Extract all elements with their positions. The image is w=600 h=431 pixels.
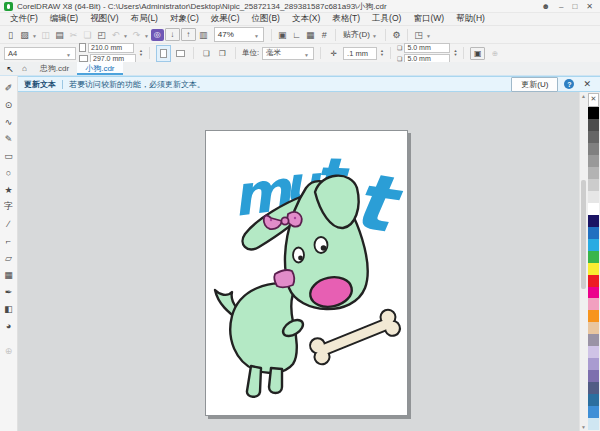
show-rulers-icon[interactable]: ∟ — [290, 28, 303, 42]
units-select[interactable]: 毫米 ▼ — [262, 47, 314, 60]
palette-swatch[interactable] — [588, 287, 599, 299]
palette-swatch[interactable] — [588, 143, 599, 155]
new-document-icon[interactable]: ▯ — [4, 28, 17, 42]
palette-swatch[interactable] — [588, 227, 599, 239]
menu-item[interactable]: 窗口(W) — [407, 13, 450, 25]
export-icon[interactable]: ↑ — [181, 28, 196, 41]
palette-swatch[interactable] — [588, 334, 599, 346]
palette-swatch[interactable] — [588, 370, 599, 382]
zoom-level-select[interactable]: 47% ▼ — [214, 27, 264, 42]
palette-swatch[interactable] — [588, 107, 599, 119]
palette-swatch[interactable] — [588, 310, 599, 322]
current-page-size-button[interactable]: ❒ — [216, 46, 229, 60]
menu-item[interactable]: 效果(C) — [205, 13, 246, 25]
options-gear-icon[interactable]: ⚙ — [390, 28, 403, 42]
import-icon[interactable]: ↓ — [165, 28, 180, 41]
open-icon[interactable]: ▨ — [18, 28, 31, 42]
dimension-tool-icon[interactable]: ∕ — [1, 215, 17, 232]
freehand-tool-icon[interactable]: ∿ — [1, 113, 17, 130]
menu-item[interactable]: 表格(T) — [326, 13, 366, 25]
scroll-up-icon[interactable]: ▲ — [580, 92, 587, 100]
palette-swatch[interactable] — [588, 382, 599, 394]
nudge-offset-field[interactable]: .1 mm — [343, 47, 377, 60]
palette-swatch[interactable] — [588, 119, 599, 131]
paste-icon[interactable]: ◰ — [95, 28, 108, 42]
app-launcher-icon[interactable]: ◳ — [412, 28, 425, 42]
minimize-button[interactable]: – — [559, 2, 563, 11]
search-content-icon[interactable]: ◎ — [151, 29, 164, 41]
polygon-tool-icon[interactable]: ★ — [1, 181, 17, 198]
maximize-button[interactable]: □ — [572, 2, 577, 11]
infobar-close-icon[interactable]: ✕ — [580, 79, 594, 89]
menu-item[interactable]: 编辑(E) — [44, 13, 84, 25]
smart-fill-tool-icon[interactable]: ◕ — [1, 317, 17, 334]
palette-swatch[interactable] — [588, 203, 599, 215]
document-page[interactable]: m u t t — [205, 130, 408, 416]
zoom-tool-icon[interactable]: ⊙ — [1, 96, 17, 113]
menu-item[interactable]: 对象(C) — [164, 13, 205, 25]
nudge-spinner[interactable]: ▲▼ — [380, 49, 384, 57]
artistic-media-tool-icon[interactable]: ✎ — [1, 130, 17, 147]
all-pages-size-button[interactable]: ❑ — [200, 46, 213, 60]
page-preset-select[interactable]: A4 ▼ — [4, 47, 76, 60]
palette-swatch[interactable] — [588, 394, 599, 406]
palette-swatch[interactable] — [588, 406, 599, 418]
palette-swatch[interactable] — [588, 167, 599, 179]
shape-tool-icon[interactable]: ✐ — [1, 79, 17, 96]
palette-swatch[interactable] — [588, 263, 599, 275]
show-grid-icon[interactable]: ▦ — [304, 28, 317, 42]
menu-item[interactable]: 文本(X) — [286, 13, 326, 25]
fullscreen-preview-icon[interactable]: ▣ — [276, 28, 289, 42]
palette-swatch[interactable] — [588, 215, 599, 227]
help-icon[interactable]: ? — [564, 79, 574, 89]
portrait-button[interactable] — [156, 45, 171, 62]
drawing-canvas[interactable]: m u t t — [18, 92, 579, 431]
rectangle-tool-icon[interactable]: ▭ — [1, 147, 17, 164]
palette-swatch[interactable] — [588, 191, 599, 203]
palette-swatch[interactable] — [588, 239, 599, 251]
menu-item[interactable]: 工具(O) — [366, 13, 407, 25]
palette-swatch[interactable] — [588, 298, 599, 310]
palette-swatch[interactable] — [588, 322, 599, 334]
welcome-home-icon[interactable]: ⌂ — [19, 64, 30, 73]
document-tab[interactable]: 忠狗.cdr — [32, 62, 77, 75]
menu-item[interactable]: 布局(L) — [125, 13, 164, 25]
ellipse-tool-icon[interactable]: ○ — [1, 164, 17, 181]
duplicate-x-field[interactable]: 5.0 mm — [404, 43, 450, 53]
publish-pdf-icon[interactable]: ▥ — [197, 28, 210, 42]
palette-swatch[interactable] — [588, 131, 599, 143]
palette-swatch[interactable] — [588, 418, 599, 430]
update-button[interactable]: 更新(U) — [511, 77, 558, 92]
eyedropper-tool-icon[interactable]: ✒ — [1, 283, 17, 300]
snap-to-dropdown[interactable]: 贴齐(D) ▼ — [340, 29, 381, 40]
page-width-field[interactable]: 210.0 mm — [88, 43, 134, 53]
landscape-button[interactable] — [174, 46, 187, 61]
close-button[interactable]: ✕ — [586, 2, 593, 11]
page-size-spinner[interactable]: ▲▼ — [139, 49, 143, 57]
menu-item[interactable]: 视图(V) — [84, 13, 124, 25]
scrollbar-thumb[interactable] — [581, 180, 586, 288]
palette-swatch[interactable] — [588, 358, 599, 370]
scroll-down-icon[interactable]: ▼ — [580, 423, 587, 431]
show-guidelines-icon[interactable]: # — [318, 28, 331, 42]
menu-item[interactable]: 位图(B) — [246, 13, 286, 25]
account-icon[interactable]: ☻ — [542, 2, 550, 11]
connector-tool-icon[interactable]: ⌐ — [1, 232, 17, 249]
print-icon[interactable]: ▤ — [53, 28, 66, 42]
pick-tool-icon[interactable]: ↖ — [3, 64, 17, 74]
palette-swatch[interactable] — [588, 179, 599, 191]
text-tool-icon[interactable]: 字 — [1, 198, 17, 215]
no-color-swatch[interactable]: ✕ — [588, 93, 599, 107]
drop-shadow-tool-icon[interactable]: ▱ — [1, 249, 17, 266]
document-tab[interactable]: 小狗.cdr — [77, 62, 122, 75]
palette-swatch[interactable] — [588, 346, 599, 358]
menu-item[interactable]: 文件(F) — [4, 13, 44, 25]
vertical-scrollbar[interactable]: ▲ ▼ — [579, 92, 587, 431]
menu-item[interactable]: 帮助(H) — [450, 13, 491, 25]
treat-as-filled-button[interactable]: ▣ — [470, 47, 485, 60]
palette-swatch[interactable] — [588, 155, 599, 167]
duplicate-spinner[interactable]: ▲▼ — [453, 49, 457, 57]
interactive-fill-tool-icon[interactable]: ◧ — [1, 300, 17, 317]
palette-swatch[interactable] — [588, 251, 599, 263]
transparency-tool-icon[interactable]: ▦ — [1, 266, 17, 283]
